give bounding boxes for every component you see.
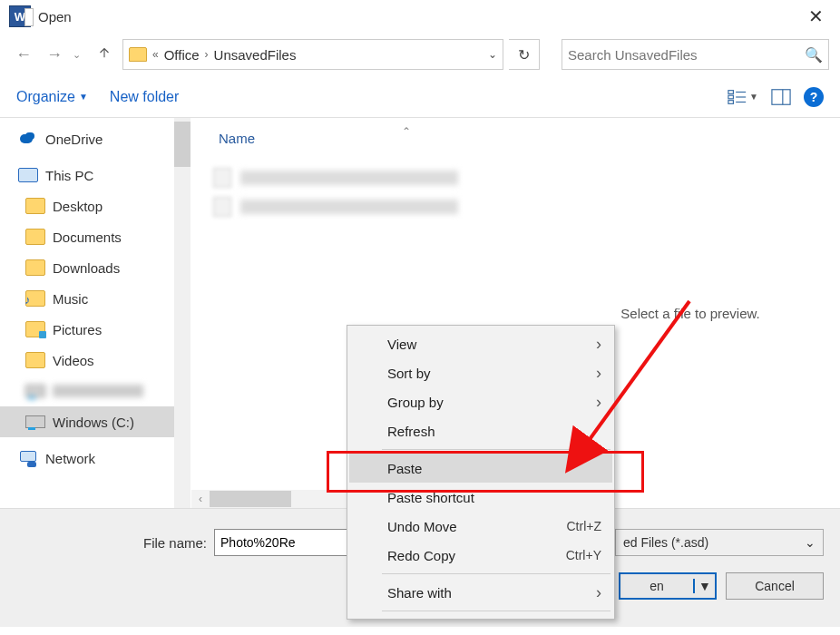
address-dropdown-icon[interactable]: ⌄ xyxy=(488,48,497,61)
scroll-thumb[interactable] xyxy=(210,491,291,507)
up-button[interactable] xyxy=(92,42,117,67)
forward-button[interactable]: → xyxy=(42,42,67,67)
ctx-refresh[interactable]: Refresh xyxy=(349,416,612,445)
scroll-left-icon[interactable]: ‹ xyxy=(191,493,210,505)
sidebar-item-label: Documents xyxy=(53,230,122,245)
chevron-left-icon: « xyxy=(152,48,159,61)
cancel-button[interactable]: Cancel xyxy=(726,572,824,600)
pc-icon xyxy=(18,168,38,182)
svg-rect-2 xyxy=(728,100,734,103)
ctx-separator xyxy=(382,573,610,574)
nav-row: ← → ⌄ « Office › UnsavedFiles ⌄ ↻ 🔍 xyxy=(0,33,840,76)
sidebar-item-music[interactable]: ♪Music xyxy=(0,283,190,314)
new-folder-button[interactable]: New folder xyxy=(110,89,179,105)
sidebar-item-label: Desktop xyxy=(53,199,103,214)
organize-menu[interactable]: Organize ▼ xyxy=(16,89,88,105)
breadcrumb-part[interactable]: Office xyxy=(164,47,200,63)
search-input[interactable] xyxy=(568,47,805,63)
ctx-redo-copy[interactable]: Redo CopyCtrl+Y xyxy=(349,541,612,570)
drive-icon xyxy=(25,385,45,397)
back-button[interactable]: ← xyxy=(11,42,36,67)
window-title: Open xyxy=(38,9,72,24)
file-name-obscured xyxy=(240,200,458,214)
file-row[interactable] xyxy=(213,163,458,192)
file-icon xyxy=(213,197,231,217)
refresh-button[interactable]: ↻ xyxy=(509,39,540,70)
search-icon[interactable]: 🔍 xyxy=(805,46,823,64)
open-button[interactable]: en ▼ xyxy=(619,572,717,600)
preview-message: Select a file to preview. xyxy=(620,306,759,321)
folder-icon xyxy=(25,259,45,276)
ctx-label: Redo Copy xyxy=(387,548,455,563)
folder-icon xyxy=(129,47,147,62)
sidebar-item-pictures[interactable]: Pictures xyxy=(0,314,190,345)
submenu-arrow-icon: › xyxy=(596,583,601,602)
file-name-obscured xyxy=(240,171,458,185)
drive-icon xyxy=(25,415,45,428)
recent-dropdown[interactable]: ⌄ xyxy=(73,49,81,61)
sidebar-item-documents[interactable]: Documents xyxy=(0,221,190,252)
ctx-label: Undo Move xyxy=(387,519,457,534)
ctx-label: View xyxy=(387,337,416,352)
sidebar-item-label: Network xyxy=(45,451,95,466)
context-menu: View› Sort by› Group by› Refresh Paste P… xyxy=(347,325,615,620)
sidebar-item-label: This PC xyxy=(45,168,93,183)
ctx-share-with[interactable]: Share with› xyxy=(349,578,612,607)
ctx-sort-by[interactable]: Sort by› xyxy=(349,358,612,387)
sidebar-item-videos[interactable]: Videos xyxy=(0,345,190,376)
address-bar[interactable]: « Office › UnsavedFiles ⌄ xyxy=(122,39,503,70)
submenu-arrow-icon: › xyxy=(596,393,601,412)
ctx-label: Paste xyxy=(387,461,422,476)
sidebar-item-this-pc[interactable]: This PC xyxy=(0,160,190,190)
submenu-arrow-icon: › xyxy=(596,335,601,354)
sidebar-item-network[interactable]: Network xyxy=(0,443,190,474)
sidebar-item-onedrive[interactable]: OneDrive xyxy=(0,123,190,154)
sidebar-item-label: Downloads xyxy=(53,260,120,276)
ctx-group-by[interactable]: Group by› xyxy=(349,387,612,416)
sidebar-item-label: Windows (C:) xyxy=(53,415,134,430)
title-bar: W Open ✕ xyxy=(0,0,840,33)
ctx-paste[interactable]: Paste xyxy=(349,454,612,483)
sidebar-item-obscured[interactable] xyxy=(0,376,190,406)
search-box[interactable]: 🔍 xyxy=(562,39,829,70)
sidebar-item-label: Videos xyxy=(53,353,94,368)
file-row[interactable] xyxy=(213,192,458,221)
chevron-down-icon: ▼ xyxy=(79,92,88,102)
open-button-main[interactable]: en xyxy=(620,579,695,593)
sidebar-item-windows-c[interactable]: Windows (C:) xyxy=(0,406,190,437)
breadcrumb-part[interactable]: UnsavedFiles xyxy=(214,47,297,63)
svg-rect-0 xyxy=(728,90,734,93)
ctx-label: Group by xyxy=(387,395,444,410)
chevron-down-icon: ⌄ xyxy=(805,535,816,550)
network-icon xyxy=(18,451,38,465)
folder-icon xyxy=(25,321,45,337)
column-header-name[interactable]: Name xyxy=(219,131,255,146)
ctx-label: Paste shortcut xyxy=(387,490,474,505)
sidebar-item-label xyxy=(53,385,143,397)
open-button-dropdown[interactable]: ▼ xyxy=(695,579,715,593)
ctx-paste-shortcut[interactable]: Paste shortcut xyxy=(349,483,612,512)
folder-icon: ♪ xyxy=(25,290,45,307)
close-button[interactable]: ✕ xyxy=(801,2,831,31)
chevron-right-icon: › xyxy=(205,48,209,61)
sidebar-item-desktop[interactable]: Desktop xyxy=(0,190,190,221)
ctx-shortcut: Ctrl+Y xyxy=(566,548,601,562)
ctx-label: Refresh xyxy=(387,424,435,439)
preview-pane-button[interactable] xyxy=(771,88,791,106)
view-options-button[interactable]: ▼ xyxy=(728,88,758,106)
sidebar-item-label: Pictures xyxy=(53,322,102,337)
help-button[interactable]: ? xyxy=(804,87,824,107)
ctx-label: Share with xyxy=(387,585,452,601)
folder-icon xyxy=(25,229,45,245)
toolbar: Organize ▼ New folder ▼ ? xyxy=(0,76,840,118)
folder-icon xyxy=(25,352,45,368)
ctx-view[interactable]: View› xyxy=(349,329,612,358)
ctx-label: Sort by xyxy=(387,366,431,381)
sidebar-scrollbar[interactable] xyxy=(174,118,190,508)
file-list xyxy=(213,163,458,221)
sidebar-item-downloads[interactable]: Downloads xyxy=(0,252,190,283)
navigation-tree: OneDrive This PC Desktop Documents Downl… xyxy=(0,118,190,508)
svg-rect-6 xyxy=(772,89,790,104)
ctx-undo-move[interactable]: Undo MoveCtrl+Z xyxy=(349,512,612,541)
file-type-filter[interactable]: ed Files (*.asd) ⌄ xyxy=(615,529,824,556)
